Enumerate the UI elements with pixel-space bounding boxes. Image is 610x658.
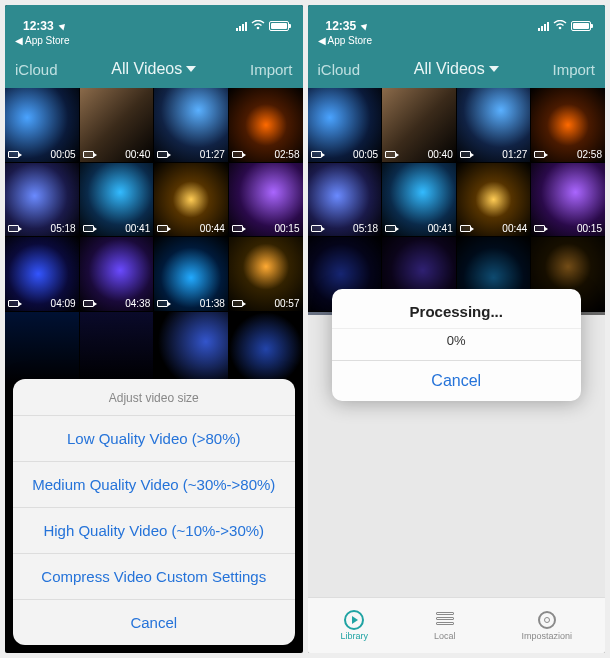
video-icon — [311, 151, 322, 158]
video-icon — [460, 225, 471, 232]
video-duration: 00:44 — [200, 223, 225, 234]
video-duration: 00:41 — [125, 223, 150, 234]
back-app-label: App Store — [328, 35, 372, 46]
option-custom-settings[interactable]: Compress Video Custom Settings — [13, 553, 295, 599]
nav-icloud[interactable]: iCloud — [15, 61, 58, 78]
video-thumb[interactable]: 00:57 — [229, 237, 303, 311]
tab-label: Impostazioni — [522, 631, 573, 641]
video-thumb[interactable]: 01:27 — [457, 88, 531, 162]
nav-title-label: All Videos — [111, 60, 182, 78]
video-thumb[interactable]: 00:05 — [5, 88, 79, 162]
chevron-down-icon — [186, 66, 196, 72]
video-icon — [385, 225, 396, 232]
location-icon — [58, 22, 67, 31]
video-thumb[interactable]: 01:27 — [154, 88, 228, 162]
processing-alert: Processing... 0% Cancel — [332, 289, 582, 401]
video-duration: 00:57 — [274, 298, 299, 309]
video-thumb[interactable]: 00:15 — [531, 163, 605, 237]
nav-bar: iCloud All Videos Import — [308, 50, 606, 88]
video-icon — [157, 300, 168, 307]
chevron-left-icon: ◀ — [15, 35, 23, 46]
video-icon — [83, 225, 94, 232]
svg-point-0 — [256, 27, 259, 30]
sheet-title: Adjust video size — [13, 379, 295, 415]
option-medium-quality[interactable]: Medium Quality Video (~30%->80%) — [13, 461, 295, 507]
chevron-left-icon: ◀ — [318, 35, 326, 46]
signal-icon — [236, 22, 247, 31]
action-sheet: Adjust video size Low Quality Video (>80… — [13, 379, 295, 645]
video-thumb[interactable] — [5, 312, 79, 386]
nav-title-label: All Videos — [414, 60, 485, 78]
video-thumb[interactable]: 05:18 — [308, 163, 382, 237]
video-duration: 04:09 — [51, 298, 76, 309]
video-duration: 00:44 — [502, 223, 527, 234]
status-time: 12:35 — [326, 19, 357, 33]
status-bar: 12:33 — [5, 5, 303, 35]
battery-icon — [571, 21, 591, 31]
video-thumb[interactable]: 00:15 — [229, 163, 303, 237]
video-icon — [311, 225, 322, 232]
alert-cancel[interactable]: Cancel — [332, 360, 582, 401]
nav-import[interactable]: Import — [552, 61, 595, 78]
sheet-cancel[interactable]: Cancel — [13, 599, 295, 645]
video-thumb[interactable] — [229, 312, 303, 386]
video-thumb[interactable]: 00:41 — [382, 163, 456, 237]
storage-icon — [434, 611, 456, 629]
wifi-icon — [251, 19, 265, 33]
video-thumb[interactable]: 00:40 — [80, 88, 154, 162]
video-icon — [8, 225, 19, 232]
wifi-icon — [553, 19, 567, 33]
video-duration: 00:15 — [577, 223, 602, 234]
video-icon — [8, 151, 19, 158]
back-to-app[interactable]: ◀ App Store — [5, 35, 303, 50]
video-thumb[interactable]: 00:41 — [80, 163, 154, 237]
nav-bar: iCloud All Videos Import — [5, 50, 303, 88]
svg-point-1 — [559, 27, 562, 30]
video-icon — [8, 300, 19, 307]
screenshot-right: 12:35 ◀ App Store iCloud All Videos Impo… — [308, 5, 606, 653]
alert-title: Processing... — [332, 289, 582, 328]
video-thumb[interactable]: 00:44 — [457, 163, 531, 237]
video-duration: 02:58 — [274, 149, 299, 160]
option-low-quality[interactable]: Low Quality Video (>80%) — [13, 415, 295, 461]
battery-icon — [269, 21, 289, 31]
video-thumb[interactable]: 00:05 — [308, 88, 382, 162]
video-duration: 00:41 — [428, 223, 453, 234]
video-icon — [385, 151, 396, 158]
nav-title[interactable]: All Videos — [111, 60, 196, 78]
video-thumb[interactable]: 00:44 — [154, 163, 228, 237]
tab-library[interactable]: Library — [340, 611, 368, 641]
video-thumb[interactable]: 00:40 — [382, 88, 456, 162]
video-icon — [534, 151, 545, 158]
status-time: 12:33 — [23, 19, 54, 33]
gear-icon — [536, 611, 558, 629]
video-thumb[interactable] — [154, 312, 228, 386]
video-duration: 00:15 — [274, 223, 299, 234]
nav-import[interactable]: Import — [250, 61, 293, 78]
video-thumb[interactable] — [80, 312, 154, 386]
video-thumb[interactable]: 02:58 — [531, 88, 605, 162]
video-duration: 02:58 — [577, 149, 602, 160]
video-duration: 01:27 — [502, 149, 527, 160]
video-duration: 01:38 — [200, 298, 225, 309]
video-icon — [232, 151, 243, 158]
video-icon — [157, 225, 168, 232]
play-icon — [343, 611, 365, 629]
video-thumb[interactable]: 05:18 — [5, 163, 79, 237]
video-thumb[interactable]: 02:58 — [229, 88, 303, 162]
option-high-quality[interactable]: High Quality Video (~10%->30%) — [13, 507, 295, 553]
video-thumb[interactable]: 04:09 — [5, 237, 79, 311]
video-icon — [157, 151, 168, 158]
tab-settings[interactable]: Impostazioni — [522, 611, 573, 641]
screenshot-left: 12:33 ◀ App Store iCloud All Videos Impo… — [5, 5, 303, 653]
video-thumb[interactable]: 01:38 — [154, 237, 228, 311]
nav-icloud[interactable]: iCloud — [318, 61, 361, 78]
video-thumb[interactable]: 04:38 — [80, 237, 154, 311]
video-duration: 00:40 — [125, 149, 150, 160]
nav-title[interactable]: All Videos — [414, 60, 499, 78]
back-to-app[interactable]: ◀ App Store — [308, 35, 606, 50]
tab-local[interactable]: Local — [434, 611, 456, 641]
video-duration: 05:18 — [51, 223, 76, 234]
video-grid: 00:05 00:40 01:27 02:58 05:18 00:41 00:4… — [5, 88, 303, 386]
video-icon — [460, 151, 471, 158]
